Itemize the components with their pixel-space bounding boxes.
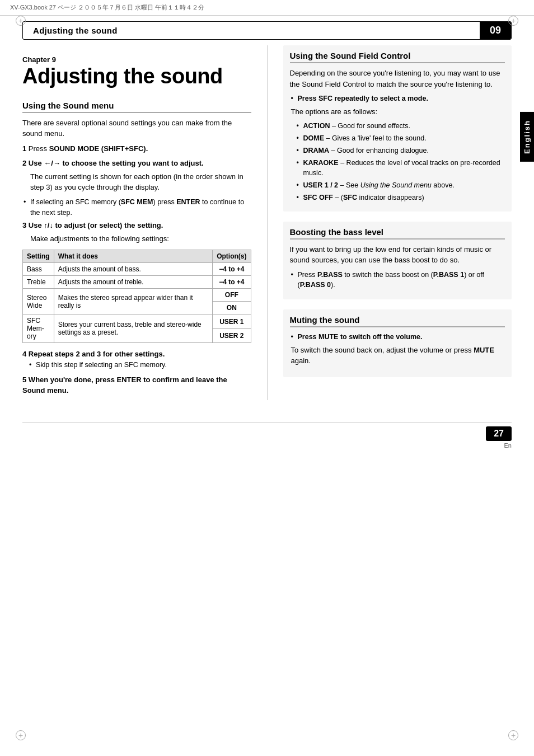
left-column: Chapter 9 Adjusting the sound Using the … (22, 45, 268, 400)
sfc-option-action: ACTION – Good for sound effects. (290, 121, 505, 132)
bass-option: −4 to +4 (213, 263, 251, 276)
sfc-option-karaoke: KARAOKE – Reduces the level of vocal tra… (290, 158, 505, 179)
step-2: 2 Use ←/→ to choose the setting you want… (22, 158, 251, 193)
footer-bar: 27 En (22, 422, 512, 449)
treble-setting: Treble (23, 276, 54, 289)
settings-table: Setting What it does Option(s) Bass Adju… (22, 250, 251, 343)
sfc-mem-note: If selecting an SFC memory (SFC MEM) pre… (22, 197, 251, 218)
table-header-options: Option(s) (213, 250, 251, 263)
corner-mark-bl (16, 730, 26, 740)
step-5-text: When you're done, press ENTER to confirm… (22, 375, 227, 395)
chapter-bar-title: Adjusting the sound (23, 22, 480, 39)
table-row-sfc-mem-1: SFCMem-ory Stores your current bass, tre… (23, 314, 251, 329)
treble-what: Adjusts the amount of treble. (54, 276, 213, 289)
treble-option: −4 to +4 (213, 276, 251, 289)
mute-detail: To switch the sound back on, adjust the … (290, 345, 505, 367)
sfc-option-off: SFC OFF – (SFC indicator disappears) (290, 192, 505, 203)
step-2-detail: The current setting is shown for each op… (22, 171, 251, 193)
table-row-stereo-wide-off: StereoWide Makes the stereo spread appea… (23, 289, 251, 302)
step-3-text: Use ↑/↓ to adjust (or select) the settin… (29, 221, 163, 229)
step-3-num: 3 (22, 221, 26, 229)
sound-menu-intro: There are several optional sound setting… (22, 118, 251, 139)
table-header-what: What it does (54, 250, 213, 263)
corner-mark-tr (508, 16, 518, 26)
section-sound-field-control: Using the Sound Field Control Depending … (283, 45, 512, 212)
table-row-treble: Treble Adjusts the amount of treble. −4 … (23, 276, 251, 289)
page-number: 27 (486, 426, 512, 441)
corner-mark-br (508, 730, 518, 740)
english-tab: English (520, 112, 534, 162)
sfc-heading: Using the Sound Field Control (290, 51, 505, 63)
sfc-mem-setting: SFCMem-ory (23, 314, 54, 343)
bass-boost-bullet: Press P.BASS to switch the bass boost on… (290, 270, 505, 291)
sfc-options-intro: The options are as follows: (290, 106, 505, 118)
sfc-mem-option-2: USER 2 (213, 328, 251, 343)
main-content: Chapter 9 Adjusting the sound Using the … (22, 40, 512, 400)
step-5-num: 5 (22, 375, 26, 384)
step-4: 4 Repeat steps 2 and 3 for other setting… (22, 349, 251, 370)
step-4-bullet: Skip this step if selecting an SFC memor… (28, 360, 251, 370)
bass-setting: Bass (23, 263, 54, 276)
step-3-detail: Make adjustments to the following settin… (22, 233, 251, 245)
step-1-num: 1 (22, 144, 26, 153)
stereo-wide-setting: StereoWide (23, 289, 54, 314)
sfc-option-user: USER 1 / 2 – See Using the Sound menu ab… (290, 180, 505, 191)
chapter-heading: Adjusting the sound (22, 65, 251, 88)
step-5: 5 When you're done, press ENTER to confi… (22, 374, 251, 396)
stereo-wide-what: Makes the stereo spread appear wider tha… (54, 289, 213, 314)
sfc-option-drama: DRAMA – Good for enhancing dialogue. (290, 145, 505, 156)
page-en: En (504, 442, 512, 449)
chapter-label: Chapter 9 (22, 55, 251, 64)
right-column: Using the Sound Field Control Depending … (268, 45, 512, 400)
table-row-bass: Bass Adjusts the amount of bass. −4 to +… (23, 263, 251, 276)
mute-bullet: Press MUTE to switch off the volume. (290, 332, 505, 342)
stereo-wide-option-off: OFF (213, 289, 251, 302)
section-mute: Muting the sound Press MUTE to switch of… (283, 309, 512, 377)
step-3: 3 Use ↑/↓ to adjust (or select) the sett… (22, 220, 251, 244)
step-2-text: Use ←/→ to choose the setting you want t… (29, 159, 204, 167)
section-heading-sound-menu: Using the Sound menu (22, 101, 251, 113)
step-2-num: 2 (22, 159, 26, 167)
chapter-bar-number: 09 (480, 22, 511, 39)
step-1-text: Press SOUND MODE (SHIFT+SFC). (29, 144, 148, 153)
chapter-bar: Adjusting the sound 09 (22, 21, 512, 40)
stereo-wide-option-on: ON (213, 302, 251, 314)
bass-boost-heading: Boosting the bass level (290, 227, 505, 240)
section-bass-boost: Boosting the bass level If you want to b… (283, 222, 512, 300)
step-1: 1 Press SOUND MODE (SHIFT+SFC). (22, 143, 251, 154)
bass-what: Adjusts the amount of bass. (54, 263, 213, 276)
sfc-mem-what: Stores your current bass, treble and ste… (54, 314, 213, 343)
file-info: XV-GX3.book 27 ページ ２００５年７月６日 水曜日 午前１１時４２… (10, 3, 204, 12)
bass-boost-intro: If you want to bring up the low end for … (290, 244, 505, 266)
sfc-option-dome: DOME – Gives a 'live' feel to the sound. (290, 133, 505, 144)
sfc-bullet-main: Press SFC repeatedly to select a mode. (290, 93, 505, 104)
sfc-intro: Depending on the source you're listening… (290, 68, 505, 90)
mute-heading: Muting the sound (290, 315, 505, 327)
sfc-mem-option-1: USER 1 (213, 314, 251, 329)
step-4-num: 4 (22, 350, 26, 358)
step-4-text: Repeat steps 2 and 3 for other settings. (29, 350, 165, 358)
corner-mark-tl (16, 16, 26, 26)
header-bar: XV-GX3.book 27 ページ ２００５年７月６日 水曜日 午前１１時４２… (0, 0, 534, 16)
table-header-setting: Setting (23, 250, 54, 263)
